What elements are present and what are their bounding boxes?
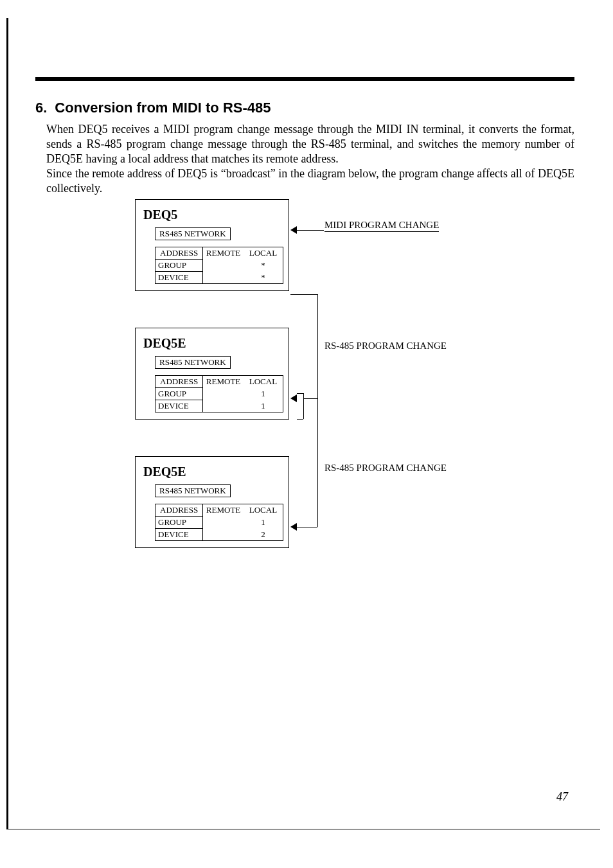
network-box: RS485 NETWORK — [155, 356, 231, 369]
remote-head: REMOTE — [203, 376, 244, 388]
left-border-rule — [6, 18, 8, 829]
cell-value: 1 — [244, 400, 283, 412]
paragraph-2: Since the remote address of DEQ5 is “bro… — [46, 167, 574, 195]
cell-value — [203, 400, 244, 412]
row-label: GROUP — [155, 260, 203, 272]
cell-value — [203, 272, 244, 284]
remote-head: REMOTE — [203, 247, 244, 260]
node-deq5e-2: DEQ5E RS485 NETWORK ADDRESS REMOTE LOCAL… — [135, 456, 289, 548]
bus-branch — [297, 393, 303, 394]
bottom-rule — [6, 829, 600, 829]
address-table: ADDRESS REMOTE LOCAL GROUP 1 DEVICE 2 — [155, 504, 283, 541]
midi-arrow-head-icon — [290, 226, 297, 234]
table-row: GROUP 1 — [155, 517, 283, 529]
remote-head: REMOTE — [203, 504, 244, 517]
node-title: DEQ5 — [143, 208, 281, 222]
body-text: When DEQ5 receives a MIDI program change… — [46, 122, 574, 196]
row-label: DEVICE — [155, 529, 203, 541]
table-row: GROUP 1 — [155, 388, 283, 400]
row-label: DEVICE — [155, 272, 203, 284]
cell-value — [203, 388, 244, 400]
table-row: DEVICE 1 — [155, 400, 283, 412]
midi-arrow-line — [297, 230, 324, 231]
rs485-program-change-label: RS-485 PROGRAM CHANGE — [324, 463, 447, 474]
row-label: GROUP — [155, 388, 203, 400]
address-table: ADDRESS REMOTE LOCAL GROUP * DEVICE * — [155, 247, 283, 284]
top-heavy-rule — [35, 77, 574, 81]
address-table: ADDRESS REMOTE LOCAL GROUP 1 DEVICE 1 — [155, 375, 283, 412]
cell-value: * — [244, 272, 283, 284]
cell-value — [203, 260, 244, 272]
bus-branch — [303, 398, 317, 399]
section-heading: 6. Conversion from MIDI to RS-485 — [35, 100, 271, 116]
rs485-arrow-head-icon — [290, 523, 297, 531]
paragraph-1: When DEQ5 receives a MIDI program change… — [46, 123, 574, 165]
cell-value: * — [244, 260, 283, 272]
bus-branch — [297, 419, 303, 420]
local-head: LOCAL — [244, 247, 283, 260]
address-head: ADDRESS — [155, 376, 203, 388]
rs485-program-change-label: RS-485 PROGRAM CHANGE — [324, 341, 447, 351]
section-number: 6. — [35, 100, 47, 116]
cell-value — [203, 517, 244, 529]
bus-line — [317, 294, 318, 527]
node-title: DEQ5E — [143, 336, 281, 351]
table-row: GROUP * — [155, 260, 283, 272]
page-number: 47 — [556, 790, 568, 804]
bus-line — [290, 294, 317, 295]
node-title: DEQ5E — [143, 465, 281, 479]
rs485-arrow-head-icon — [290, 394, 297, 402]
row-label: DEVICE — [155, 400, 203, 412]
local-head: LOCAL — [244, 376, 283, 388]
address-head: ADDRESS — [155, 247, 203, 260]
cell-value: 1 — [244, 388, 283, 400]
cell-value: 2 — [244, 529, 283, 541]
cell-value — [203, 529, 244, 541]
row-label: GROUP — [155, 517, 203, 529]
node-deq5e-1: DEQ5E RS485 NETWORK ADDRESS REMOTE LOCAL… — [135, 328, 289, 420]
cell-value: 1 — [244, 517, 283, 529]
page: 6. Conversion from MIDI to RS-485 When D… — [0, 0, 613, 868]
bus-branch — [303, 393, 304, 419]
table-row: DEVICE 2 — [155, 529, 283, 541]
bus-branch — [297, 527, 317, 527]
local-head: LOCAL — [244, 504, 283, 517]
node-deq5: DEQ5 RS485 NETWORK ADDRESS REMOTE LOCAL … — [135, 199, 289, 291]
address-head: ADDRESS — [155, 504, 203, 517]
network-box: RS485 NETWORK — [155, 227, 231, 240]
section-title: Conversion from MIDI to RS-485 — [55, 100, 271, 116]
diagram: MIDI PROGRAM CHANGE DEQ5 RS485 NETWORK A… — [135, 199, 520, 565]
network-box: RS485 NETWORK — [155, 484, 231, 497]
midi-program-change-label: MIDI PROGRAM CHANGE — [324, 220, 439, 232]
table-row: DEVICE * — [155, 272, 283, 284]
